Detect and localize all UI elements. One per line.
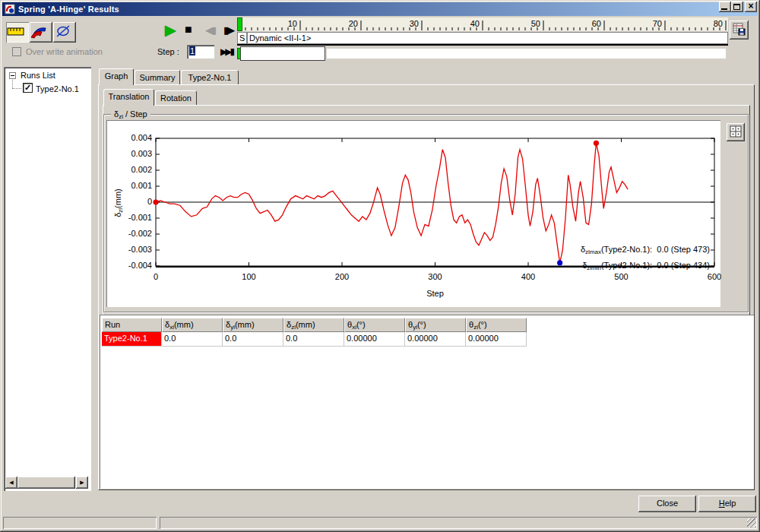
timeline-cursor[interactable] xyxy=(237,17,242,31)
x-tick-label: 500 xyxy=(599,272,644,281)
tab-translation[interactable]: Translation xyxy=(103,89,154,106)
ruler-label: 30 xyxy=(396,19,419,28)
progress-bar[interactable] xyxy=(327,49,726,59)
step-back-button[interactable]: ◀▮ xyxy=(205,25,215,35)
timeline-track[interactable]: S Dynamic <II-I-1> xyxy=(237,32,728,46)
track-prefix-cell: S xyxy=(237,32,247,44)
status-panel-left xyxy=(3,517,157,529)
annot-min-sub: zlmin xyxy=(587,264,601,271)
results-table: Run δxl(mm) δyl(mm) δzl(mm) θxl(°) θyl(°… xyxy=(102,318,527,347)
skip-to-end-button[interactable]: ▶▶▮ xyxy=(220,47,233,56)
ruler-tool-button[interactable] xyxy=(6,22,29,43)
col-txl[interactable]: θxl(°) xyxy=(344,318,405,332)
col-tyl[interactable]: θyl(°) xyxy=(405,318,466,332)
col-dzl[interactable]: δzl(mm) xyxy=(283,318,344,332)
scroll-right-button[interactable]: ▶ xyxy=(76,477,88,489)
scroll-thumb[interactable] xyxy=(17,477,75,489)
multi-view-button[interactable] xyxy=(727,123,745,141)
col-dxl[interactable]: δxl(mm) xyxy=(162,318,223,332)
y-tick-label: 0.001 xyxy=(116,181,152,190)
dzl-value-cell: 0.0 xyxy=(283,332,344,347)
check-icon: ✓ xyxy=(24,83,31,92)
app-icon xyxy=(5,4,15,14)
runs-list-panel: Runs List ✓ Type2-No.1 xyxy=(4,67,91,491)
ruler-icon xyxy=(6,24,26,40)
tab-summary[interactable]: Summary xyxy=(135,70,180,84)
y-tick-label: -0.003 xyxy=(116,245,152,254)
help-rest: elp xyxy=(725,499,736,508)
tab-type2-no1[interactable]: Type2-No.1 xyxy=(181,70,239,84)
run-name-cell[interactable]: Type2-No.1 xyxy=(102,332,162,347)
ruler-label: 20 xyxy=(335,19,358,28)
x-tick-label: 200 xyxy=(319,272,365,281)
tree-item-type2-no1[interactable]: Type2-No.1 xyxy=(36,84,79,93)
maximize-button[interactable] xyxy=(731,2,743,12)
step-value: 1 xyxy=(189,46,195,55)
title-bar[interactable]: Spring 'A-Hinge' Results xyxy=(2,2,758,16)
spring-results-dialog: { "window": { "title": "Spring 'A-Hinge'… xyxy=(0,0,760,532)
overwrite-animation-label: Over write animation xyxy=(26,47,103,56)
help-button[interactable]: Help xyxy=(698,496,756,512)
dxl-value-cell: 0.0 xyxy=(162,332,223,347)
chart[interactable]: δzl(mm) δzlmax(Type2-No.1): 0.0 (Step 47… xyxy=(108,122,719,306)
ruler-label: 80 xyxy=(700,19,723,28)
play-button[interactable]: ▶ xyxy=(165,23,176,37)
progress-selection-box[interactable] xyxy=(240,46,325,61)
close-button[interactable]: Close xyxy=(638,496,696,512)
y-tick-label: 0.003 xyxy=(116,149,152,158)
table-header-row: Run δxl(mm) δyl(mm) δzl(mm) θxl(°) θyl(°… xyxy=(102,318,527,332)
dyl-value-cell: 0.0 xyxy=(223,332,283,347)
step-forward-button[interactable]: ▮▶ xyxy=(223,25,233,35)
tzl-value-cell: 0.00000 xyxy=(466,332,527,347)
scroll-right-icon: ▶ xyxy=(80,480,84,485)
scroll-left-button[interactable]: ◀ xyxy=(5,477,17,489)
ruler-label: 50 xyxy=(518,19,540,28)
stop-button[interactable]: ■ xyxy=(185,24,192,36)
tab-graph[interactable]: Graph xyxy=(99,68,134,85)
status-panel-right xyxy=(160,517,757,529)
resize-grip[interactable] xyxy=(747,518,756,527)
y-tick-label: 0 xyxy=(116,197,152,206)
txl-value-cell: 0.00000 xyxy=(344,332,405,347)
run-checkbox[interactable]: ✓ xyxy=(23,83,33,93)
minimize-button[interactable] xyxy=(719,2,731,12)
overwrite-animation-checkbox[interactable] xyxy=(12,47,21,56)
col-dzl-unit: (mm) xyxy=(296,320,315,329)
wave-flag-icon xyxy=(30,24,49,40)
step-input[interactable]: 1 xyxy=(187,45,214,59)
chart-text-layer: δzl(mm) δzlmax(Type2-No.1): 0.0 (Step 47… xyxy=(108,122,719,306)
y-tick-label: 0.004 xyxy=(116,133,152,142)
table-row[interactable]: Type2-No.1 0.0 0.0 0.0 0.00000 0.00000 0… xyxy=(102,332,527,347)
x-tick-label: 600 xyxy=(692,272,737,281)
window-title: Spring 'A-Hinge' Results xyxy=(18,5,119,14)
close-icon: × xyxy=(748,1,753,11)
ruler-label: 60 xyxy=(578,19,601,28)
annot-min-rest: (Type2-No.1): 0.0 (Step 434) xyxy=(601,261,710,270)
runs-list-hscrollbar[interactable]: ◀ ▶ xyxy=(5,477,88,489)
save-report-button[interactable] xyxy=(730,21,749,40)
grid-view-icon xyxy=(730,125,742,138)
col-dyl-unit: (mm) xyxy=(235,320,255,329)
minimize-icon xyxy=(721,8,727,10)
y-tick-label: -0.002 xyxy=(116,229,152,238)
phase-circle-icon xyxy=(53,24,73,40)
save-report-icon xyxy=(733,23,746,36)
col-tyl-unit: (°) xyxy=(417,320,426,329)
step-label: Step : xyxy=(157,47,179,56)
tree-root-label[interactable]: Runs List xyxy=(21,71,55,80)
y-tick-label: -0.001 xyxy=(116,213,152,222)
col-dyl[interactable]: δyl(mm) xyxy=(223,318,283,332)
tree-connector-v xyxy=(12,80,13,88)
col-run[interactable]: Run xyxy=(102,318,162,332)
graph-tool-button[interactable] xyxy=(30,22,52,43)
close-window-button[interactable]: × xyxy=(745,2,757,12)
group-title-rest: / Step xyxy=(123,109,147,119)
phase-plot-tool-button[interactable] xyxy=(53,22,76,43)
ruler-label: 70 xyxy=(639,19,662,28)
collapse-icon xyxy=(11,75,14,76)
tab-rotation[interactable]: Rotation xyxy=(155,90,197,105)
scroll-left-icon: ◀ xyxy=(9,480,13,485)
x-tick-label: 100 xyxy=(226,272,272,281)
tree-expand-toggle[interactable] xyxy=(9,72,16,79)
col-tzl[interactable]: θzl(°) xyxy=(466,318,527,332)
